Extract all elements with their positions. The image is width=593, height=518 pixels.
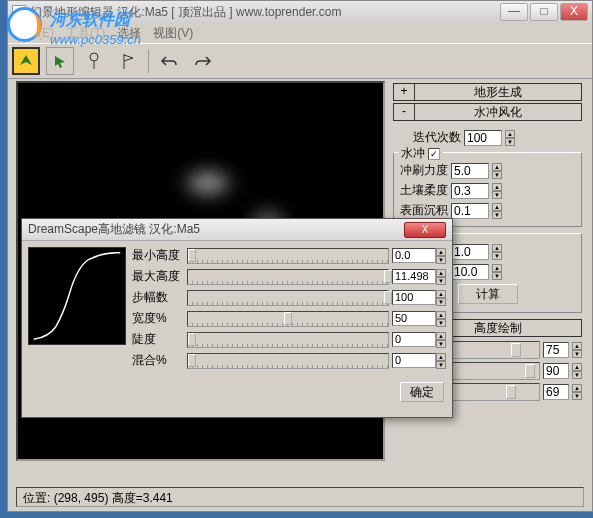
toolbar-separator [148,49,149,73]
slider-value[interactable]: 100 [392,290,436,305]
soil-soft-field[interactable]: 0.3 [451,183,489,199]
brush-size-field[interactable]: 75 [543,342,569,358]
tool-pointer[interactable] [46,47,74,75]
slider-value[interactable]: 11.498 [392,269,436,284]
iterations-field[interactable]: 100 [464,130,502,146]
surface-dep-label: 表面沉积 [398,202,448,219]
brush-force-field[interactable]: 5.0 [451,163,489,179]
close-button[interactable]: X [560,3,588,21]
menu-view[interactable]: 视图(V) [153,25,193,41]
tool-flag[interactable] [114,47,142,75]
brush-size-slider[interactable] [446,341,540,359]
slider-label: 混合% [132,352,184,369]
brush-soft-slider[interactable] [446,362,540,380]
brush-force-spinner[interactable]: ▲▼ [492,163,502,179]
slider-row: 混合%0▲▼ [132,352,446,369]
ok-button[interactable]: 确定 [400,382,444,402]
wind-angle-field[interactable]: 10.0 [451,264,489,280]
tool-undo[interactable] [155,47,183,75]
slider-spinner[interactable]: ▲▼ [436,269,446,285]
dialog-titlebar: DreamScape高地滤镜 汉化:Ma5 X [22,219,452,241]
slider-spinner[interactable]: ▲▼ [436,332,446,348]
iterations-label: 迭代次数 [411,129,461,146]
expand-terrain-gen[interactable]: + [393,83,415,101]
maximize-button[interactable]: □ [530,3,558,21]
curve-preview [28,247,126,345]
slider-label: 陡度 [132,331,184,348]
toolbar [8,43,592,79]
intensity-slider[interactable] [446,383,540,401]
menu-hidden-1: 编辑(E) [14,25,54,41]
slider-track[interactable] [187,332,389,348]
slider-spinner[interactable]: ▲▼ [436,311,446,327]
slider-track[interactable] [187,311,389,327]
section-water-erosion[interactable]: 水冲风化 [414,103,582,121]
menu-select[interactable]: 选择 [117,25,141,41]
slider-label: 宽度% [132,310,184,327]
collapse-water-erosion[interactable]: - [393,103,415,121]
slider-track[interactable] [187,269,389,285]
status-bar: 位置: (298, 495) 高度=3.441 [16,487,584,507]
surface-dep-field[interactable]: 0.1 [451,203,489,219]
slider-label: 最小高度 [132,247,184,264]
strength-pct-spinner[interactable]: ▲▼ [492,244,502,260]
brush-soft-spinner[interactable]: ▲▼ [572,363,582,379]
slider-row: 最大高度11.498▲▼ [132,268,446,285]
brush-force-label: 冲刷力度 [398,162,448,179]
slider-row: 陡度0▲▼ [132,331,446,348]
slider-row: 步幅数100▲▼ [132,289,446,306]
slider-value[interactable]: 50 [392,311,436,326]
section-terrain-gen[interactable]: 地形生成 [414,83,582,101]
water-group: 水冲✓ 冲刷力度5.0▲▼ 土壤柔度0.3▲▼ 表面沉积0.1▲▼ [393,152,582,227]
water-group-label: 水冲 [401,145,425,162]
slider-row: 最小高度0.0▲▼ [132,247,446,264]
intensity-spinner[interactable]: ▲▼ [572,384,582,400]
slider-value[interactable]: 0 [392,332,436,347]
filter-dialog: DreamScape高地滤镜 汉化:Ma5 X 最小高度0.0▲▼最大高度11.… [21,218,453,418]
slider-spinner[interactable]: ▲▼ [436,290,446,306]
wind-angle-spinner[interactable]: ▲▼ [492,264,502,280]
dialog-title: DreamScape高地滤镜 汉化:Ma5 [28,221,404,238]
slider-label: 步幅数 [132,289,184,306]
slider-label: 最大高度 [132,268,184,285]
svg-point-0 [90,53,98,61]
slider-track[interactable] [187,290,389,306]
brush-size-spinner[interactable]: ▲▼ [572,342,582,358]
slider-track[interactable] [187,248,389,264]
tool-arrow-up[interactable] [12,47,40,75]
slider-spinner[interactable]: ▲▼ [436,353,446,369]
soil-soft-label: 土壤柔度 [398,182,448,199]
surface-dep-spinner[interactable]: ▲▼ [492,203,502,219]
tool-redo[interactable] [189,47,217,75]
slider-panel: 最小高度0.0▲▼最大高度11.498▲▼步幅数100▲▼宽度%50▲▼陡度0▲… [132,247,446,373]
dialog-close-button[interactable]: X [404,222,446,238]
app-icon [12,5,26,19]
menubar: 编辑(E) 工具(T) 选择 视图(V) [8,23,592,43]
slider-value[interactable]: 0.0 [392,248,436,263]
brush-soft-field[interactable]: 90 [543,363,569,379]
slider-track[interactable] [187,353,389,369]
window-title: 幻景地形编辑器 汉化:Ma5 [ 顶渲出品 ] www.toprender.co… [30,4,500,21]
slider-value[interactable]: 0 [392,353,436,368]
titlebar: 幻景地形编辑器 汉化:Ma5 [ 顶渲出品 ] www.toprender.co… [8,1,592,23]
intensity-field[interactable]: 69 [543,384,569,400]
strength-pct-field[interactable]: 1.0 [451,244,489,260]
calculate-button[interactable]: 计算 [458,284,518,304]
soil-soft-spinner[interactable]: ▲▼ [492,183,502,199]
water-checkbox[interactable]: ✓ [428,148,440,160]
minimize-button[interactable]: — [500,3,528,21]
menu-hidden-2: 工具(T) [66,25,105,41]
slider-spinner[interactable]: ▲▼ [436,248,446,264]
tool-pin[interactable] [80,47,108,75]
slider-row: 宽度%50▲▼ [132,310,446,327]
iterations-spinner[interactable]: ▲▼ [505,130,515,146]
